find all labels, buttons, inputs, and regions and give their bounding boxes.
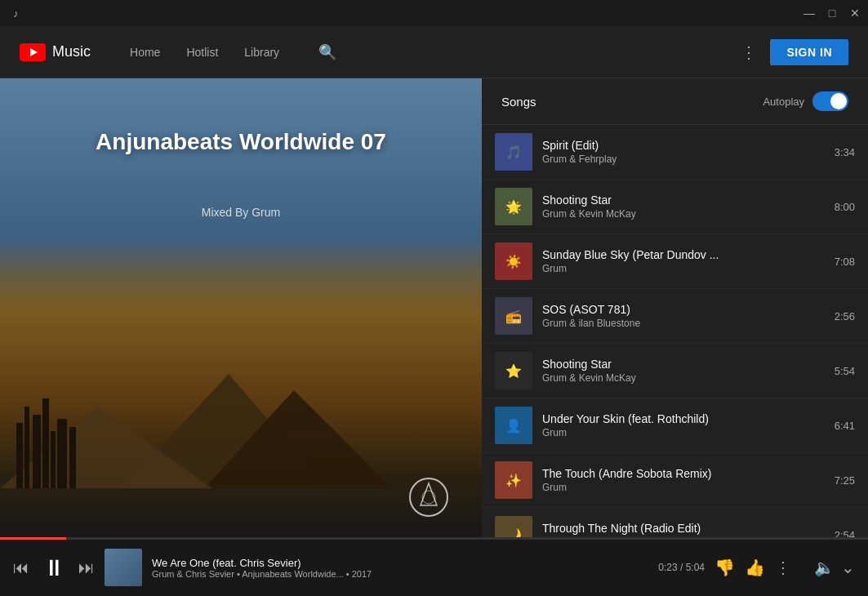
track-name: We Are One (feat. Chris Sevier) [152, 557, 648, 569]
track-thumbnail [105, 549, 142, 586]
song-thumbnail: ☀️ [495, 242, 532, 280]
svg-rect-5 [16, 423, 23, 488]
song-duration: 3:34 [835, 146, 855, 158]
logo[interactable]: Music [20, 43, 91, 61]
song-info: Shooting Star Grum & Kevin McKay [542, 358, 825, 384]
song-name: The Touch (Andre Sobota Remix) [542, 467, 825, 480]
volume-icon[interactable]: 🔈 [814, 558, 835, 577]
song-item[interactable]: ✨ The Touch (Andre Sobota Remix) Grum 7:… [482, 453, 868, 508]
song-thumbnail: 🎵 [495, 133, 532, 171]
song-info: The Touch (Andre Sobota Remix) Grum [542, 467, 825, 493]
search-icon[interactable]: 🔍 [318, 43, 336, 61]
track-meta: Grum & Chris Sevier • Anjunabeats Worldw… [152, 569, 648, 579]
player-bar: ⏮ ⏸ ⏭ We Are One (feat. Chris Sevier) Gr… [0, 537, 868, 596]
anjunabeats-logo [408, 477, 449, 521]
song-item[interactable]: 📻 SOS (ASOT 781) Grum & ilan Bluestone 2… [482, 289, 868, 344]
autoplay-label: Autoplay [763, 96, 804, 108]
song-thumbnail: 📻 [495, 297, 532, 335]
autoplay-toggle[interactable] [812, 91, 848, 111]
more-options-icon[interactable]: ⋮ [741, 42, 757, 62]
track-info-section: We Are One (feat. Chris Sevier) Grum & C… [152, 557, 648, 579]
song-thumbnail: ✨ [495, 461, 532, 499]
title-bar: ♪ — □ ✕ [0, 0, 868, 26]
expand-button[interactable]: ⌄ [841, 558, 855, 577]
svg-rect-7 [33, 415, 41, 488]
album-title: Anjunabeats Worldwide 07 [33, 127, 449, 157]
song-thumbnail: 🌙 [495, 516, 532, 537]
nav-hotlist[interactable]: Hotlist [186, 46, 218, 59]
skip-forward-button[interactable]: ⏭ [78, 558, 95, 577]
song-duration: 7:08 [835, 256, 855, 268]
song-item[interactable]: ⭐ Shooting Star Grum & Kevin McKay 5:54 [482, 344, 868, 398]
song-name: Through The Night (Radio Edit) [542, 522, 825, 535]
nav-links: Home Hotlist Library 🔍 [130, 43, 741, 61]
header-right: ⋮ SIGN IN [741, 39, 848, 65]
album-art-container: Anjunabeats Worldwide 07 Mixed By Grum [0, 78, 482, 537]
pause-button[interactable]: ⏸ [42, 554, 65, 581]
song-item[interactable]: 🌙 Through The Night (Radio Edit) Grum 2:… [482, 508, 868, 537]
mountain-svg [0, 325, 482, 488]
nav-library[interactable]: Library [244, 46, 279, 59]
song-name: Under Your Skin (feat. Rothchild) [542, 412, 825, 425]
song-info: Sunday Blue Sky (Petar Dundov ... Grum [542, 248, 825, 274]
close-button[interactable]: ✕ [848, 7, 861, 20]
song-name: Sunday Blue Sky (Petar Dundov ... [542, 248, 825, 261]
main-content: Anjunabeats Worldwide 07 Mixed By Grum [0, 78, 868, 537]
album-subtitle: Mixed By Grum [33, 206, 449, 219]
toggle-knob [830, 93, 847, 109]
player-actions: 👎 👍 ⋮ [714, 558, 791, 577]
song-item[interactable]: 🌟 Shooting Star Grum & Kevin McKay 8:00 [482, 180, 868, 234]
album-art-top: Anjunabeats Worldwide 07 Mixed By Grum [0, 78, 482, 235]
song-duration: 2:56 [835, 310, 855, 322]
song-item[interactable]: ☀️ Sunday Blue Sky (Petar Dundov ... Gru… [482, 234, 868, 289]
song-name: SOS (ASOT 781) [542, 303, 825, 316]
song-info: SOS (ASOT 781) Grum & ilan Bluestone [542, 303, 825, 329]
song-duration: 5:54 [835, 365, 855, 377]
music-note-icon: ♪ [13, 7, 19, 20]
svg-rect-10 [57, 419, 67, 488]
skip-back-button[interactable]: ⏮ [13, 558, 29, 577]
window-controls: — □ ✕ [803, 7, 861, 20]
progress-fill [0, 537, 66, 540]
song-artist: Grum & Kevin McKay [542, 372, 825, 384]
thumbs-up-button[interactable]: 👍 [745, 558, 765, 577]
svg-rect-6 [24, 407, 29, 488]
logo-text: Music [52, 43, 91, 60]
song-duration: 7:25 [835, 474, 855, 487]
volume-section: 🔈 ⌄ [814, 558, 855, 577]
song-thumbnail: ⭐ [495, 352, 532, 389]
song-info: Shooting Star Grum & Kevin McKay [542, 193, 825, 220]
song-item[interactable]: 🎵 Spirit (Edit) Grum & Fehrplay 3:34 [482, 125, 868, 180]
album-art: Anjunabeats Worldwide 07 Mixed By Grum [0, 78, 482, 537]
song-info: Under Your Skin (feat. Rothchild) Grum [542, 412, 825, 438]
song-info: Through The Night (Radio Edit) Grum [542, 522, 825, 537]
maximize-button[interactable]: □ [826, 7, 839, 20]
right-panel: Songs Autoplay 🎵 Spirit (Edit) Grum & Fe… [482, 78, 868, 537]
song-artist: Grum & Fehrplay [542, 153, 825, 165]
autoplay-section: Autoplay [763, 91, 848, 111]
progress-bar[interactable] [0, 537, 868, 540]
songs-header: Songs Autoplay [482, 78, 868, 125]
svg-rect-9 [51, 431, 56, 488]
song-name: Spirit (Edit) [542, 139, 825, 152]
thumbs-down-button[interactable]: 👎 [714, 558, 735, 577]
minimize-button[interactable]: — [803, 7, 816, 20]
songs-list[interactable]: 🎵 Spirit (Edit) Grum & Fehrplay 3:34 🌟 S… [482, 125, 868, 537]
song-thumbnail: 👤 [495, 407, 532, 444]
song-name: Shooting Star [542, 358, 825, 371]
song-thumbnail: 🌟 [495, 188, 532, 225]
sign-in-button[interactable]: SIGN IN [770, 39, 848, 65]
svg-rect-8 [42, 398, 49, 488]
song-item[interactable]: 👤 Under Your Skin (feat. Rothchild) Grum… [482, 398, 868, 453]
songs-title: Songs [501, 95, 536, 109]
song-info: Spirit (Edit) Grum & Fehrplay [542, 139, 825, 165]
song-artist: Grum [542, 263, 825, 274]
song-artist: Grum & Kevin McKay [542, 208, 825, 220]
nav-home[interactable]: Home [130, 46, 160, 59]
youtube-icon [20, 43, 46, 61]
more-button[interactable]: ⋮ [775, 558, 791, 577]
song-duration: 2:54 [835, 529, 855, 538]
song-artist: Grum & ilan Bluestone [542, 318, 825, 329]
song-duration: 8:00 [835, 201, 855, 213]
svg-rect-11 [69, 427, 76, 488]
